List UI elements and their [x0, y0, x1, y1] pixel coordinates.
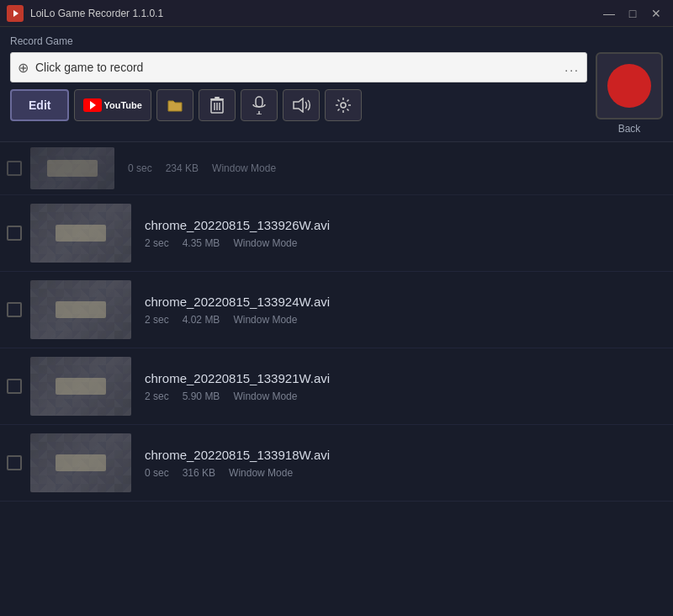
more-icon[interactable]: ...: [564, 61, 580, 74]
file-mode: Window Mode: [233, 390, 297, 402]
speaker-button[interactable]: [283, 89, 320, 121]
file-size: 4.35 MB: [183, 237, 220, 249]
file-size: 316 KB: [183, 467, 215, 479]
file-duration: 2 sec: [145, 390, 169, 402]
app-title: LoiLo Game Recorder 1.1.0.1: [30, 8, 163, 19]
youtube-logo: YouTube: [83, 98, 141, 112]
game-selector-text: Click game to record: [35, 61, 564, 74]
list-item: 0 sec 234 KB Window Mode: [0, 142, 673, 195]
toolbar: Edit YouTube: [10, 89, 587, 121]
file-list: 0 sec 234 KB Window Mode chrome_20220815…: [0, 141, 673, 616]
file-size: 5.90 MB: [183, 390, 220, 402]
file-info: chrome_20220815_133921W.avi 2 sec 5.90 M…: [145, 371, 666, 402]
target-icon: ⊕: [18, 60, 29, 76]
file-thumbnail: [30, 204, 131, 263]
microphone-button[interactable]: [241, 89, 278, 121]
close-button[interactable]: ✕: [646, 5, 666, 22]
delete-button[interactable]: [199, 89, 236, 121]
back-label: Back: [618, 123, 641, 135]
file-thumbnail: [30, 280, 131, 339]
file-meta: 2 sec 4.02 MB Window Mode: [145, 314, 666, 326]
file-duration: 2 sec: [145, 314, 169, 326]
record-button[interactable]: [596, 52, 663, 119]
record-circle: [607, 64, 651, 108]
edit-button[interactable]: Edit: [10, 89, 69, 121]
youtube-play-icon: [90, 101, 96, 109]
file-duration: 0 sec: [128, 162, 152, 174]
top-row: ⊕ Click game to record ... Edit YouTube: [10, 52, 663, 135]
file-name: chrome_20220815_133921W.avi: [145, 371, 666, 385]
file-size: 4.02 MB: [183, 314, 220, 326]
file-duration: 2 sec: [145, 237, 169, 249]
file-mode: Window Mode: [229, 467, 293, 479]
file-mode: Window Mode: [233, 314, 297, 326]
file-mode: Window Mode: [233, 237, 297, 249]
app-logo: [7, 5, 24, 22]
record-button-container: Back: [596, 52, 663, 135]
title-bar: LoiLo Game Recorder 1.1.0.1 — □ ✕: [0, 0, 673, 27]
minimize-button[interactable]: —: [599, 5, 619, 22]
svg-point-7: [341, 103, 346, 108]
file-name: chrome_20220815_133924W.avi: [145, 295, 666, 309]
list-item: chrome_20220815_133924W.avi 2 sec 4.02 M…: [0, 272, 673, 348]
file-info: chrome_20220815_133926W.avi 2 sec 4.35 M…: [145, 218, 666, 249]
file-duration: 0 sec: [145, 467, 169, 479]
file-name: chrome_20220815_133918W.avi: [145, 448, 666, 462]
file-meta: 2 sec 4.35 MB Window Mode: [145, 237, 666, 249]
file-meta: 0 sec 234 KB Window Mode: [128, 162, 666, 174]
file-thumbnail: [30, 433, 131, 492]
file-info: chrome_20220815_133918W.avi 0 sec 316 KB…: [145, 448, 666, 479]
file-name: chrome_20220815_133926W.avi: [145, 218, 666, 232]
file-thumbnail: [30, 357, 131, 416]
svg-rect-4: [215, 97, 220, 98]
file-checkbox[interactable]: [7, 379, 22, 394]
folder-button[interactable]: [156, 89, 193, 121]
file-info: 0 sec 234 KB Window Mode: [128, 162, 666, 174]
youtube-red-bg: [83, 98, 102, 112]
file-meta: 2 sec 5.90 MB Window Mode: [145, 390, 666, 402]
record-game-label: Record Game: [10, 35, 663, 47]
youtube-button[interactable]: YouTube: [74, 89, 151, 121]
file-thumbnail: [30, 147, 114, 189]
list-item: chrome_20220815_133926W.avi 2 sec 4.35 M…: [0, 195, 673, 272]
title-bar-left: LoiLo Game Recorder 1.1.0.1: [7, 5, 163, 22]
file-info: chrome_20220815_133924W.avi 2 sec 4.02 M…: [145, 295, 666, 326]
left-controls: ⊕ Click game to record ... Edit YouTube: [10, 52, 587, 121]
svg-rect-5: [256, 97, 262, 107]
game-selector[interactable]: ⊕ Click game to record ...: [10, 52, 587, 82]
maximize-button[interactable]: □: [623, 5, 643, 22]
file-size: 234 KB: [166, 162, 199, 174]
file-meta: 0 sec 316 KB Window Mode: [145, 467, 666, 479]
top-section: Record Game ⊕ Click game to record ... E…: [0, 27, 673, 141]
svg-rect-3: [210, 98, 224, 100]
youtube-label: YouTube: [103, 100, 141, 110]
list-item: chrome_20220815_133921W.avi 2 sec 5.90 M…: [0, 348, 673, 425]
main-content: Record Game ⊕ Click game to record ... E…: [0, 27, 673, 616]
file-checkbox[interactable]: [7, 161, 22, 176]
settings-button[interactable]: [325, 89, 362, 121]
file-checkbox[interactable]: [7, 302, 22, 317]
title-bar-controls: — □ ✕: [599, 5, 666, 22]
file-mode: Window Mode: [212, 162, 276, 174]
file-checkbox[interactable]: [7, 226, 22, 241]
list-item: chrome_20220815_133918W.avi 0 sec 316 KB…: [0, 425, 673, 502]
file-checkbox[interactable]: [7, 455, 22, 470]
svg-marker-6: [294, 98, 303, 112]
